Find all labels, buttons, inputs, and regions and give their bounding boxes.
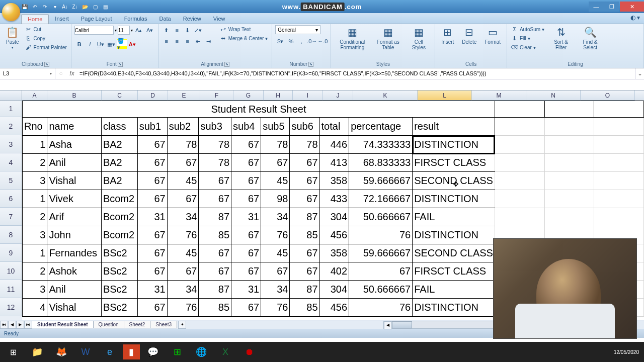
cell[interactable]: 50.666667 — [349, 281, 413, 299]
cell[interactable]: 456 — [319, 299, 349, 317]
cell[interactable]: 67 — [137, 154, 167, 172]
tab-data[interactable]: Data — [153, 14, 177, 24]
tab-home[interactable]: Home — [21, 14, 49, 24]
cell[interactable]: Ashok — [47, 262, 102, 281]
row-header-5[interactable]: 5 — [0, 171, 22, 190]
cell[interactable]: 67 — [231, 299, 261, 317]
cell[interactable]: 67 — [199, 262, 231, 281]
cell[interactable]: 67 — [167, 154, 199, 172]
clock[interactable]: 12/05/2020 — [614, 349, 639, 355]
cell[interactable]: 67 — [137, 136, 167, 154]
cell[interactable]: 67 — [137, 226, 167, 244]
record-icon[interactable]: ⏺ — [238, 343, 261, 360]
cell[interactable]: Fernandes — [47, 244, 102, 262]
cell[interactable]: 1 — [23, 190, 47, 208]
cell[interactable]: 31 — [231, 281, 261, 299]
start-button[interactable]: ⊞ — [2, 343, 24, 360]
cell[interactable]: 87 — [199, 208, 231, 226]
border-button[interactable]: ▦▾ — [106, 39, 116, 49]
paste-button[interactable]: 📋Paste▾ — [3, 25, 22, 51]
cell[interactable]: 87 — [290, 208, 319, 226]
open-icon[interactable]: 📂 — [80, 2, 90, 11]
cancel-formula-icon[interactable]: ○ — [55, 70, 66, 77]
new-icon[interactable]: ▢ — [91, 2, 100, 11]
cell[interactable]: 67 — [261, 154, 290, 172]
align-bottom-icon[interactable]: ⬇ — [183, 25, 193, 35]
cell[interactable]: DISTINCTION — [413, 136, 495, 154]
undo-icon[interactable]: ↶ — [30, 2, 39, 11]
cell[interactable]: 45 — [261, 244, 290, 262]
cell[interactable]: FIRSCT CLASS — [413, 154, 495, 172]
col-header-O[interactable]: O — [581, 90, 635, 101]
cell[interactable]: 2 — [23, 154, 47, 172]
cell[interactable]: Asha — [47, 136, 102, 154]
cell[interactable]: Vishal — [47, 299, 102, 317]
cell[interactable]: 2 — [23, 262, 47, 281]
font-size-input[interactable] — [118, 26, 130, 35]
cell[interactable]: 456 — [319, 226, 349, 244]
header-percentage[interactable]: percentage — [349, 118, 413, 136]
orientation-icon[interactable]: ⤢▾ — [193, 25, 203, 35]
sheet-tab[interactable]: Question — [93, 321, 124, 328]
merge-center-button[interactable]: ⬌Merge & Center ▾ — [219, 34, 269, 42]
grow-font-icon[interactable]: A▴ — [134, 25, 144, 35]
last-sheet-icon[interactable]: ⏭ — [24, 321, 32, 329]
col-header-F[interactable]: F — [200, 90, 233, 101]
word-icon[interactable]: W — [74, 343, 97, 360]
sort-filter-button[interactable]: ⇅Sort & Filter — [547, 25, 575, 51]
col-header-A[interactable]: A — [22, 90, 47, 101]
cell[interactable]: 67 — [290, 154, 319, 172]
cell[interactable]: BSc2 — [101, 281, 137, 299]
cell[interactable]: 45 — [167, 244, 199, 262]
cell[interactable]: 67 — [290, 262, 319, 281]
percent-icon[interactable]: % — [286, 36, 296, 46]
cell[interactable]: 67 — [137, 262, 167, 281]
cell[interactable]: 67 — [199, 172, 231, 190]
cell[interactable]: John — [47, 226, 102, 244]
cell[interactable]: 85 — [290, 299, 319, 317]
cell[interactable]: 76 — [167, 226, 199, 244]
row-header-8[interactable]: 8 — [0, 226, 22, 244]
tab-formulas[interactable]: Formulas — [118, 14, 153, 24]
store-icon[interactable]: ⊞ — [166, 343, 188, 360]
cell[interactable]: 3 — [23, 281, 47, 299]
cell[interactable]: Arif — [47, 208, 102, 226]
wrap-text-button[interactable]: ⮐Wrap Text — [219, 25, 269, 33]
copy-button[interactable]: ⎘Copy — [24, 34, 68, 42]
cell[interactable]: Bcom2 — [101, 226, 137, 244]
prev-sheet-icon[interactable]: ◀ — [8, 321, 16, 329]
fill-color-button[interactable]: 🪣▾ — [117, 39, 127, 49]
close-button[interactable]: ✕ — [620, 2, 644, 12]
delete-cells-button[interactable]: ⊟Delete — [459, 25, 479, 46]
sheet-tab[interactable]: Sheet3 — [150, 321, 177, 328]
cell[interactable]: BSc2 — [101, 244, 137, 262]
row-header-11[interactable]: 11 — [0, 280, 22, 298]
cell[interactable]: 85 — [290, 226, 319, 244]
cell[interactable]: 76 — [349, 299, 413, 317]
bold-button[interactable]: B — [74, 39, 85, 49]
cell[interactable]: 87 — [290, 281, 319, 299]
inc-decimal-icon[interactable]: .0→ — [307, 36, 317, 46]
cell[interactable]: 67 — [199, 190, 231, 208]
cell[interactable]: 304 — [319, 281, 349, 299]
format-as-table-button[interactable]: ▦Format as Table — [372, 25, 404, 51]
cell[interactable]: 85 — [199, 226, 231, 244]
cell[interactable]: 433 — [319, 190, 349, 208]
cell[interactable]: 59.666667 — [349, 244, 413, 262]
header-result[interactable]: result — [413, 118, 495, 136]
cell[interactable]: 1 — [23, 244, 47, 262]
cell[interactable]: 67 — [167, 190, 199, 208]
cell[interactable]: 76 — [349, 226, 413, 244]
col-header-G[interactable]: G — [233, 90, 264, 101]
indent-dec-icon[interactable]: ⇤ — [193, 36, 203, 46]
header-sub1[interactable]: sub1 — [137, 118, 167, 136]
cell[interactable]: BSc2 — [101, 299, 137, 317]
header-sub3[interactable]: sub3 — [199, 118, 231, 136]
header-sub6[interactable]: sub6 — [290, 118, 319, 136]
formula-input[interactable] — [77, 70, 635, 76]
sort-asc-icon[interactable]: A↓ — [60, 2, 69, 11]
col-header-K[interactable]: K — [353, 90, 418, 101]
col-header-N[interactable]: N — [526, 90, 581, 101]
cell[interactable]: FAIL — [413, 208, 495, 226]
row-header-4[interactable]: 4 — [0, 153, 22, 171]
